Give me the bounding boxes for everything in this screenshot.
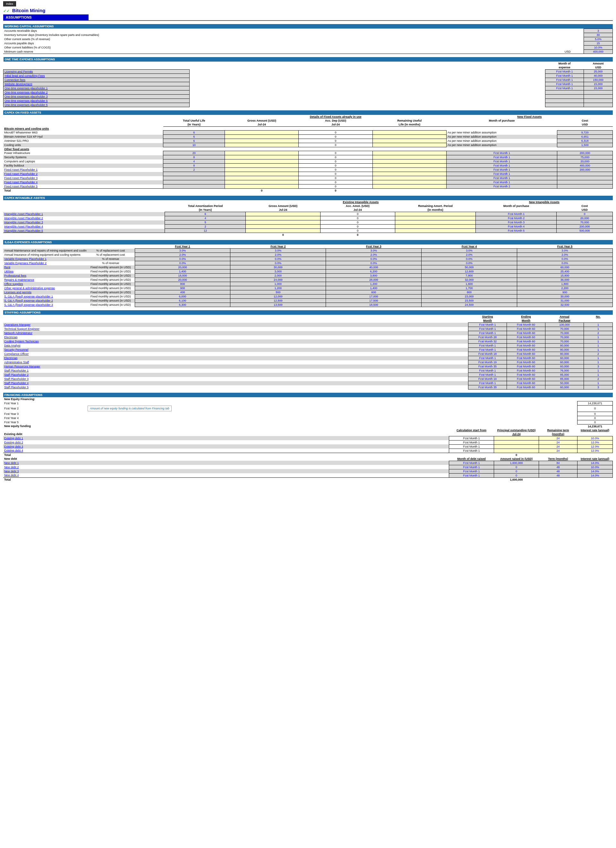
row-label[interactable]: New debt 3	[3, 469, 87, 473]
month-cell[interactable]: Fcst Month 1	[545, 70, 583, 74]
value-cell[interactable]: 36,000	[517, 278, 613, 282]
mop-cell[interactable]: Fcst Month 2	[476, 216, 557, 221]
value-cell[interactable]: 600	[326, 291, 422, 295]
end-cell[interactable]: Fcst Month 60	[506, 360, 545, 365]
row-label[interactable]: Repairs & maintenance	[3, 278, 87, 282]
gross-cell[interactable]	[225, 168, 299, 172]
row-label[interactable]: Staff Placeholder 3	[3, 377, 87, 381]
term-cell[interactable]: 48	[539, 473, 577, 477]
row-label[interactable]: One-time expenses placeholder 2	[3, 90, 190, 95]
package-cell[interactable]: 50,000	[545, 381, 583, 385]
mop-cell[interactable]: Fcst Month 1	[476, 212, 557, 216]
amount-cell[interactable]	[583, 103, 613, 107]
value-cell[interactable]: 23,000	[422, 295, 517, 299]
period-cell[interactable]	[395, 216, 476, 221]
gross-cell[interactable]	[246, 212, 320, 216]
package-cell[interactable]: 60,000	[545, 356, 583, 360]
end-cell[interactable]: Fcst Month 60	[506, 356, 545, 360]
term-cell[interactable]: 48	[539, 469, 577, 473]
life-cell[interactable]	[373, 139, 446, 143]
cost-cell[interactable]: 9,720	[557, 130, 613, 135]
value-cell[interactable]: 400,000	[583, 50, 613, 54]
row-label[interactable]: S, G& A (fixed) expense placeholder 3	[3, 303, 87, 307]
row-label[interactable]: Electrician	[3, 335, 87, 339]
years-cell[interactable]: 5	[165, 221, 246, 225]
gross-cell[interactable]	[225, 143, 299, 147]
value-cell[interactable]: 6,200	[326, 270, 422, 274]
row-label[interactable]: Office supplies	[3, 282, 87, 286]
value-cell[interactable]: 1,400	[135, 270, 230, 274]
gross-cell[interactable]	[225, 151, 299, 155]
no-cell[interactable]: 1	[583, 373, 613, 377]
row-label[interactable]: Human Resources Manager	[3, 365, 87, 369]
start-cell[interactable]: Fcst Month 1	[468, 381, 506, 385]
years-cell[interactable]	[163, 172, 225, 176]
value-cell[interactable]: 2.0%	[326, 253, 422, 257]
package-cell[interactable]: 70,000	[545, 331, 583, 335]
end-cell[interactable]: Fcst Month 60	[506, 373, 545, 377]
amount-cell[interactable]: 0	[494, 473, 539, 477]
package-cell[interactable]: 100,000	[545, 323, 583, 327]
end-cell[interactable]: Fcst Month 60	[506, 348, 545, 352]
month-cell[interactable]: Fcst Month 1	[545, 78, 583, 82]
row-label[interactable]: Initial legal and consulting Fees	[3, 74, 190, 78]
no-cell[interactable]: 1	[583, 356, 613, 360]
end-cell[interactable]: Fcst Month 60	[506, 385, 545, 390]
value-cell[interactable]: 1,200	[326, 282, 422, 286]
row-label[interactable]: New debt 4	[3, 473, 87, 477]
rate-cell[interactable]: 12.0%	[577, 444, 613, 449]
row-label[interactable]: Intangible Asset Placeholder 4	[3, 225, 165, 229]
row-label[interactable]: One-time expenses placeholder 1	[3, 86, 190, 90]
row-label[interactable]: Network Administrator	[3, 331, 87, 335]
life-cell[interactable]	[373, 164, 446, 168]
value-cell[interactable]: 0.0%	[517, 261, 613, 265]
life-cell[interactable]	[373, 135, 446, 139]
value-cell[interactable]: 25,400	[517, 270, 613, 274]
value-cell[interactable]: 50,000	[422, 265, 517, 270]
term-cell[interactable]: 84	[539, 461, 577, 465]
amount-cell[interactable]: 15,000	[583, 86, 613, 90]
month-cell[interactable]: Fcst Month 1	[545, 74, 583, 78]
value-cell[interactable]: 400	[135, 291, 230, 295]
row-label[interactable]: One-time expenses placeholder 5	[3, 103, 190, 107]
value-cell[interactable]: 2,200	[517, 286, 613, 291]
no-cell[interactable]: 1	[583, 339, 613, 344]
mop-cell[interactable]: Fcst Month 1	[446, 164, 557, 168]
row-label[interactable]: Fixed Asset Placeholder 3	[3, 176, 163, 180]
amount-cell[interactable]: 1,600,000	[494, 461, 539, 465]
mop-cell[interactable]: Fcst Month 5	[476, 229, 557, 233]
row-label[interactable]: Intangible Asset Placeholder 2	[3, 216, 165, 221]
start-cell[interactable]: Fcst Month 1	[468, 369, 506, 373]
package-cell[interactable]: 76,000	[545, 369, 583, 373]
month-cell[interactable]: Fcst Month 1	[449, 461, 494, 465]
value-cell[interactable]: 1,600	[422, 282, 517, 286]
value-cell[interactable]: 0.0%	[230, 257, 326, 261]
period-cell[interactable]	[395, 229, 476, 233]
no-cell[interactable]: 1	[583, 335, 613, 339]
mop-cell[interactable]: Fcst Month 4	[476, 225, 557, 229]
month-cell[interactable]: Fcst Month 1	[449, 473, 494, 477]
gross-cell[interactable]	[225, 159, 299, 164]
value-cell[interactable]: 900	[517, 291, 613, 295]
value-cell[interactable]: 12,000	[230, 295, 326, 299]
value-cell[interactable]: 3.0%	[230, 249, 326, 253]
gross-cell[interactable]	[225, 172, 299, 176]
amount-cell[interactable]: 40,000	[583, 74, 613, 78]
mop-cell[interactable]: Fcst Month 1	[446, 155, 557, 159]
row-label[interactable]: Compliance Officer	[3, 352, 87, 356]
gross-cell[interactable]	[246, 221, 320, 225]
amount-cell[interactable]	[583, 95, 613, 99]
start-cell[interactable]: Fcst Month 1	[468, 323, 506, 327]
years-cell[interactable]: 2	[165, 225, 246, 229]
life-cell[interactable]	[373, 180, 446, 184]
end-cell[interactable]: Fcst Month 60	[506, 335, 545, 339]
value-cell[interactable]: 2.0%	[230, 253, 326, 257]
life-cell[interactable]	[373, 130, 446, 135]
no-cell[interactable]: 1	[583, 360, 613, 365]
mop-cell[interactable]: Fcst Month 1	[446, 168, 557, 172]
cost-cell[interactable]	[557, 180, 613, 184]
end-cell[interactable]: Fcst Month 60	[506, 331, 545, 335]
rate-cell[interactable]: 12.0%	[577, 449, 613, 453]
amount-cell[interactable]	[583, 90, 613, 95]
value-cell[interactable]: 2.0%	[135, 253, 230, 257]
